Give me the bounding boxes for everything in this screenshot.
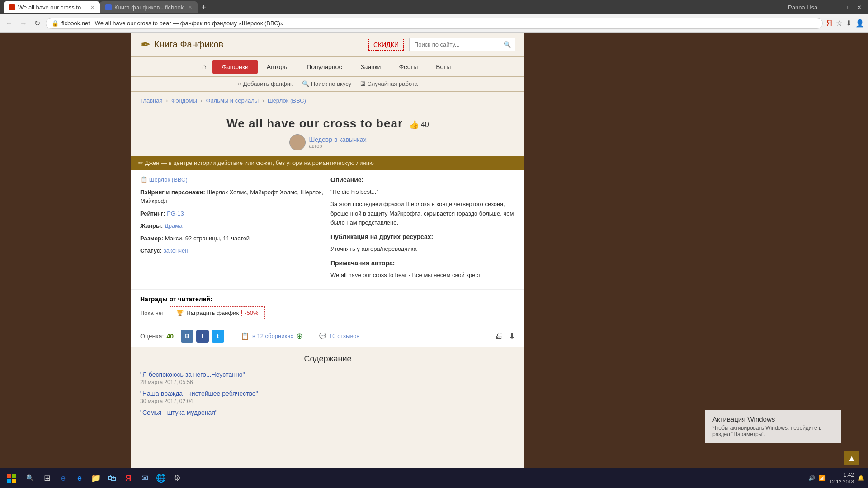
nav-fanfiki[interactable]: Фанфики: [212, 60, 257, 74]
taskbar-folder-icon[interactable]: 📁: [89, 471, 103, 485]
reviews-link[interactable]: 10 отзывов: [329, 333, 359, 339]
rating-score: 40: [166, 333, 174, 340]
print-icon[interactable]: 🖨: [495, 331, 503, 341]
other-resources-section: Публикация на других ресурсах: Уточнять …: [330, 232, 515, 254]
tab-label-inactive: Книга фанфиков - ficbook: [114, 4, 184, 11]
search-taste-link[interactable]: 🔍 Поиск по вкусу: [302, 80, 352, 87]
refresh-button[interactable]: ↻: [33, 17, 42, 29]
taskbar-browser2-icon[interactable]: 🌐: [154, 471, 168, 485]
chapter-link-3[interactable]: "Семья - штука мудреная": [140, 409, 217, 416]
size-value: Макси, 92 страницы, 11 частей: [165, 235, 250, 242]
thumbs-up-icon[interactable]: 👍: [409, 120, 419, 130]
breadcrumb-filmy[interactable]: Фильмы и сериалы: [206, 97, 259, 104]
nav-home[interactable]: ⌂: [196, 59, 213, 75]
download-icon[interactable]: ⬇: [846, 19, 852, 28]
chapter-item-1: "Я беспокоюсь за него...Неустанно" 28 ма…: [140, 371, 515, 385]
like-count: 👍 40: [409, 120, 429, 130]
svg-rect-1: [12, 474, 16, 478]
yandex-icon[interactable]: Я: [826, 19, 832, 28]
maximize-button[interactable]: □: [841, 4, 850, 11]
nav-avtory[interactable]: Авторы: [258, 60, 297, 74]
breadcrumb-home[interactable]: Главная: [140, 97, 162, 104]
scroll-top-button[interactable]: ▲: [844, 451, 859, 465]
status-value[interactable]: закончен: [164, 247, 189, 254]
reviews-area: 💬 10 отзывов: [319, 333, 359, 339]
page-wrapper: ✒ Книга Фанфиков СКИДКИ 🔍 ⌂ Фанфики Авто…: [0, 33, 868, 484]
address-bar[interactable]: [61, 20, 817, 27]
nav-festy[interactable]: Фесты: [390, 60, 427, 74]
chapter-date-2: 30 марта 2017, 02:04: [140, 398, 515, 404]
author-name-link[interactable]: Шедевр в кавычках: [309, 136, 367, 143]
search-input[interactable]: [410, 38, 500, 51]
taskbar-yandex-icon[interactable]: Я: [121, 471, 136, 485]
taskbar-task-view[interactable]: ⊞: [40, 471, 54, 485]
like-number: 40: [421, 121, 429, 129]
author-area: Шедевр в кавычках автор: [140, 134, 515, 150]
tab-close-inactive[interactable]: ✕: [188, 5, 192, 10]
taskbar-clock: 1:42 12.12.2018: [829, 472, 854, 484]
taskbar-ie-icon[interactable]: e: [72, 471, 87, 485]
add-collection-button[interactable]: ⊕: [296, 331, 303, 341]
taskbar-mail-icon[interactable]: ✉: [137, 471, 152, 485]
award-button[interactable]: 🏆 Наградить фанфик -50%: [170, 306, 265, 319]
window-controls: Panna Lisa — □ ✕: [788, 4, 864, 11]
skidki-button[interactable]: СКИДКИ: [368, 39, 404, 51]
rating-score-label: Оценка:: [140, 333, 164, 340]
close-window-button[interactable]: ✕: [854, 4, 864, 11]
add-icon: ○: [238, 80, 241, 87]
description-quote: "He did his best...": [330, 188, 515, 197]
account-icon[interactable]: 👤: [855, 19, 864, 28]
facebook-share-button[interactable]: f: [196, 330, 209, 343]
nav-popularnoe[interactable]: Популярное: [297, 60, 351, 74]
taskbar-store-icon[interactable]: 🛍: [105, 471, 119, 485]
random-work-link[interactable]: ⚄ Случайная работа: [360, 80, 418, 87]
fanfic-info-section: 📋 Шерлок (ВВС) Пэйринг и персонажи: Шерл…: [131, 170, 524, 290]
search-box: 🔍: [409, 38, 515, 51]
info-right: Описание: "He did his best..." За этой п…: [330, 175, 515, 284]
fandom-icon: 📋: [140, 176, 147, 183]
nav-zayavki[interactable]: Заявки: [351, 60, 390, 74]
contents-title: Содержание: [140, 354, 515, 364]
star-icon[interactable]: ☆: [836, 19, 842, 28]
taskbar-settings-icon[interactable]: ⚙: [170, 471, 184, 485]
download-fanfic-icon[interactable]: ⬇: [509, 331, 515, 341]
search-button[interactable]: 🔍: [500, 38, 515, 51]
chapter-link-2[interactable]: "Наша вражда - чистейшее ребячество": [140, 390, 258, 397]
chapter-link-1[interactable]: "Я беспокоюсь за него...Неустанно": [140, 371, 245, 378]
other-resources-value: Уточнять у автора/переводчика: [330, 244, 515, 254]
breadcrumb-fandomy[interactable]: Фэндомы: [171, 97, 197, 104]
tab-close-active[interactable]: ✕: [90, 5, 94, 10]
collections-icon: 📋: [241, 332, 250, 340]
rating-label: Рейтинг:: [140, 210, 165, 217]
rating-link[interactable]: PG-13: [167, 210, 184, 217]
social-icons: В f t: [181, 330, 224, 343]
new-tab-button[interactable]: +: [198, 3, 210, 12]
forward-button[interactable]: →: [18, 18, 29, 29]
collections-link[interactable]: в 12 сборниках: [252, 333, 293, 339]
fandom-link[interactable]: Шерлок (ВВС): [149, 176, 188, 183]
toolbar-icons: Я ☆ ⬇ 👤: [826, 19, 864, 28]
tab-favicon-active: [9, 4, 15, 10]
fanfic-title: We all have our cross to bear: [226, 117, 403, 130]
svg-rect-3: [12, 479, 16, 483]
breadcrumb-sherlock[interactable]: Шерлок (ВВС): [268, 97, 306, 104]
genres-link[interactable]: Драма: [165, 222, 182, 229]
taskbar-search-icon[interactable]: 🔍: [22, 470, 38, 486]
twitter-share-button[interactable]: t: [212, 330, 224, 343]
taskbar-edge-icon[interactable]: e: [56, 471, 71, 485]
tab-inactive[interactable]: Книга фанфиков - ficbook ✕: [100, 1, 198, 13]
action-icons: 🖨 ⬇: [495, 331, 515, 341]
back-button[interactable]: ←: [4, 18, 14, 29]
start-button[interactable]: [4, 470, 20, 486]
taskbar-right: 🔊 📶 1:42 12.12.2018 🔔: [808, 472, 864, 484]
taskbar-network-icon[interactable]: 📶: [819, 475, 826, 481]
tab-active[interactable]: We all have our cross to... ✕: [4, 1, 100, 13]
taskbar-speaker-icon[interactable]: 🔊: [808, 475, 815, 481]
add-fanfic-link[interactable]: ○ Добавить фанфик: [238, 80, 293, 87]
vk-share-button[interactable]: В: [181, 330, 193, 343]
minimize-button[interactable]: —: [826, 4, 838, 11]
taskbar-notification-icon[interactable]: 🔔: [858, 475, 864, 481]
genres-label: Жанры:: [140, 222, 163, 229]
nav-bety[interactable]: Беты: [427, 60, 460, 74]
author-role-label: автор: [309, 143, 367, 149]
